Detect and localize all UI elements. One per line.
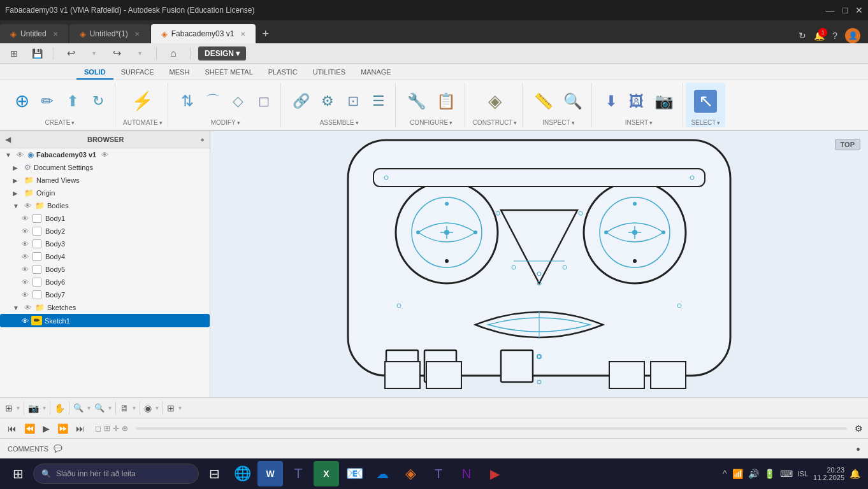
origin-expand[interactable]: ▶ (13, 190, 22, 197)
grid-display-btn[interactable]: ⊞ (5, 403, 13, 413)
undo-btn[interactable]: ↩ (62, 46, 80, 61)
taskbar-outlook[interactable]: 📧 (342, 461, 367, 486)
root-eye[interactable]: 👁 (17, 151, 24, 159)
design-mode-btn[interactable]: DESIGN ▾ (198, 46, 246, 60)
tree-body1[interactable]: 👁 Body1 (0, 212, 210, 225)
contact-btn[interactable]: ⊡ (342, 92, 365, 111)
body3-eye[interactable]: 👁 (22, 240, 29, 248)
tab-untitled2[interactable]: ◈ Untitled*(1) ✕ (69, 24, 150, 43)
insert2-btn[interactable]: 🖼 (625, 91, 648, 111)
body1-checkbox[interactable] (33, 214, 41, 223)
anim-key-btn[interactable]: ◻ (95, 424, 101, 433)
taskbar-teams2[interactable]: T (426, 461, 451, 486)
construct-label[interactable]: CONSTRUCT ▾ (473, 119, 517, 127)
anim-move2-btn[interactable]: ⊕ (122, 424, 128, 433)
comments-icon[interactable]: 💬 (54, 444, 62, 453)
tree-origin[interactable]: ▶ 📁 Origin (0, 187, 210, 199)
viewport[interactable]: TOP (210, 131, 868, 397)
doc-settings-expand[interactable]: ▶ (13, 164, 22, 171)
tree-body4[interactable]: 👁 Body4 (0, 250, 210, 263)
tab-fabacademy[interactable]: ◈ Fabacademy03 v1 ✕ (151, 24, 256, 43)
named-views-expand[interactable]: ▶ (13, 177, 22, 184)
sketches-expand[interactable]: ▼ (13, 304, 22, 311)
ribbon-tab-mesh[interactable]: MESH (162, 66, 198, 80)
taskbar-fusion[interactable]: ◈ (398, 461, 423, 486)
create-sketch-btn[interactable]: ✏ (36, 91, 59, 111)
taskbar-edge[interactable]: 🌐 (229, 461, 255, 486)
chamfer-btn[interactable]: ◇ (227, 92, 250, 111)
sketch1-eye[interactable]: 👁 (22, 317, 29, 325)
body7-eye[interactable]: 👁 (22, 291, 29, 299)
body2-eye[interactable]: 👁 (22, 227, 29, 235)
taskbar-excel[interactable]: X (314, 461, 339, 486)
body5-eye[interactable]: 👁 (22, 266, 29, 273)
select-main-btn[interactable]: ↖ (694, 90, 717, 113)
modify-dropdown[interactable]: ▾ (237, 120, 240, 126)
ribbon-tab-surface[interactable]: SURFACE (113, 66, 162, 80)
revolve-btn[interactable]: ↻ (87, 92, 110, 111)
tab-untitled1[interactable]: ◈ Untitled ✕ (0, 24, 68, 43)
config2-btn[interactable]: 📋 (433, 91, 459, 111)
assemble-dropdown[interactable]: ▾ (356, 120, 359, 126)
anim-rewind-btn[interactable]: ⏮ (5, 422, 19, 435)
body5-checkbox[interactable] (33, 265, 41, 274)
create-label[interactable]: CREATE ▾ (45, 119, 75, 127)
layout-btn[interactable]: ⊞ (167, 403, 175, 413)
configure-label[interactable]: CONFIGURE ▾ (410, 119, 452, 127)
taskbar-clock[interactable]: 20:23 11.2.2025 (813, 466, 844, 481)
start-button[interactable]: ⊞ (5, 461, 31, 486)
display-mode-btn[interactable]: 🖥 (120, 403, 129, 413)
assemble-label[interactable]: ASSEMBLE ▾ (320, 119, 359, 127)
insert3-btn[interactable]: 📷 (651, 91, 677, 111)
shell-btn[interactable]: ◻ (252, 92, 275, 111)
inspect2-btn[interactable]: 🔍 (560, 91, 586, 111)
automate-label[interactable]: AUTOMATE ▾ (123, 119, 163, 127)
render-dropdown[interactable]: ▾ (156, 404, 159, 411)
anim-settings-btn[interactable]: ⚙ (855, 423, 863, 434)
select-label[interactable]: SELECT ▾ (691, 119, 720, 127)
construct-main-btn[interactable]: ◈ (484, 90, 507, 113)
close-btn[interactable]: ✕ (855, 5, 863, 15)
modify-label[interactable]: MODIFY ▾ (211, 119, 240, 127)
tab-close-untitled2[interactable]: ✕ (134, 31, 140, 38)
new-tab-button[interactable]: + (257, 24, 274, 43)
construct-dropdown[interactable]: ▾ (514, 120, 517, 126)
ribbon-tab-manage[interactable]: MANAGE (353, 66, 399, 80)
create-dropdown[interactable]: ▾ (71, 120, 75, 126)
tab-close-fabacademy[interactable]: ✕ (240, 31, 245, 38)
comments-close-btn[interactable]: ● (856, 445, 860, 453)
config1-btn[interactable]: 🔧 (403, 91, 430, 111)
tree-body5[interactable]: 👁 Body5 (0, 263, 210, 276)
camera-dropdown[interactable]: ▾ (43, 404, 46, 411)
anim-play-btn[interactable]: ▶ (40, 422, 52, 435)
root-eye2[interactable]: 👁 (101, 151, 108, 159)
ribbon-tab-plastic[interactable]: PLASTIC (261, 66, 305, 80)
ribbon-tab-sheet-metal[interactable]: SHEET METAL (197, 66, 260, 80)
taskbar-battery[interactable]: 🔋 (764, 469, 775, 479)
press-pull-btn[interactable]: ⇅ (176, 91, 199, 111)
insert1-btn[interactable]: ⬇ (600, 91, 623, 111)
sketches-eye[interactable]: 👁 (24, 304, 31, 311)
help-icon[interactable]: ? (832, 31, 837, 41)
browser-expand-icon[interactable]: ◀ (5, 135, 11, 144)
body4-checkbox[interactable] (33, 252, 41, 261)
inspect-label[interactable]: INSPECT ▾ (542, 119, 574, 127)
redo-btn[interactable]: ↪ (108, 46, 126, 61)
tree-named-views[interactable]: ▶ 📁 Named Views (0, 174, 210, 187)
anim-prev-btn[interactable]: ⏪ (22, 422, 38, 435)
minimize-btn[interactable]: — (826, 5, 835, 15)
automate-dropdown[interactable]: ▾ (159, 120, 163, 126)
joint-btn[interactable]: 🔗 (289, 92, 314, 111)
zoom-out-dropdown[interactable]: ▾ (108, 404, 112, 411)
tree-body2[interactable]: 👁 Body2 (0, 225, 210, 237)
bodies-expand[interactable]: ▼ (13, 202, 22, 209)
tree-doc-settings[interactable]: ▶ ⚙ Document Settings (0, 161, 210, 174)
tree-sketch1[interactable]: 👁 ✏ Sketch1 (0, 314, 210, 327)
home-btn[interactable]: ⌂ (164, 46, 182, 61)
body6-eye[interactable]: 👁 (22, 278, 29, 286)
taskbar-word[interactable]: W (257, 461, 283, 486)
undo-dropdown[interactable]: ▾ (85, 46, 103, 61)
taskbar-onenote[interactable]: N (454, 461, 479, 486)
insert-dropdown[interactable]: ▾ (649, 120, 653, 126)
ribbon-tab-solid[interactable]: SOLID (76, 66, 113, 80)
